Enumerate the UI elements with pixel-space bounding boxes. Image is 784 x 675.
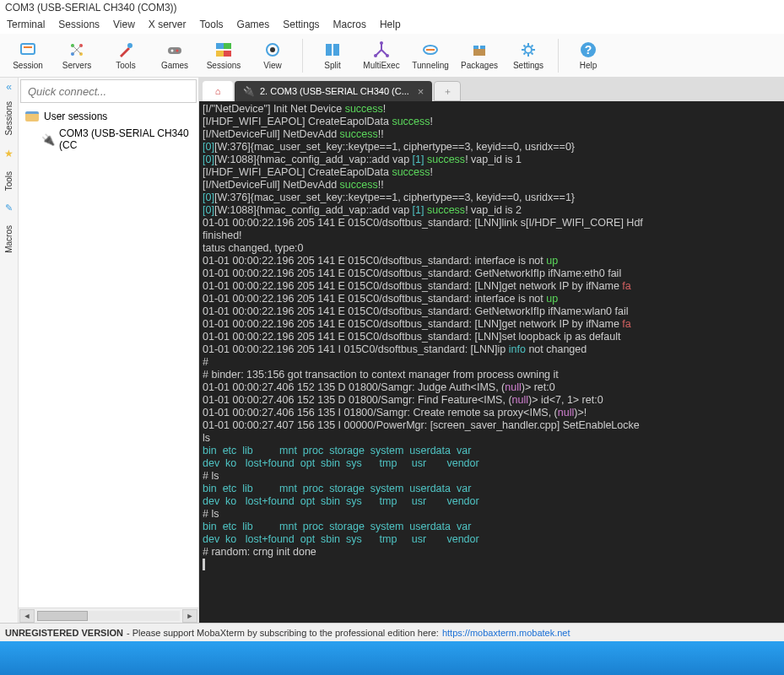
menu-bar: Terminal Sessions View X server Tools Ga… [0,15,784,34]
tab-new-button[interactable]: ＋ [434,81,461,101]
side-tab-sessions[interactable]: Sessions [3,94,15,143]
svg-point-20 [380,41,383,45]
help-button-label: Help [580,61,597,70]
terminal-line: [I/"NetDevice"] Init Net Device success! [203,103,781,116]
plus-icon: ＋ [443,85,452,98]
multiexec-button[interactable]: MultiExec [359,35,404,76]
terminal-line: [I/HDF_WIFI_EAPOL] CreateEapolData succe… [203,116,781,128]
side-tab-strip: « Sessions ★ Tools ✎ Macros [0,78,19,623]
terminal-line: 01-01 00:00:22.196 205 141 E 015C0/dsoft… [203,280,781,293]
settings-icon [519,40,538,59]
terminal-line: [0][W:376]{mac_user_set_key::keytpe==1, … [203,141,781,154]
terminal-line: 01-01 00:00:22.196 205 141 E 015C0/dsoft… [203,217,781,230]
terminal-line: # ls [203,470,781,483]
star-icon[interactable]: ★ [4,148,14,159]
session-tree: User sessions 🔌 COM3 (USB-SERIAL CH340 (… [19,105,198,608]
scroll-right-button[interactable]: ► [182,609,197,623]
svg-rect-0 [21,44,35,54]
svg-point-21 [374,54,377,57]
quick-connect-input[interactable] [20,79,197,103]
menu-settings[interactable]: Settings [283,19,319,30]
side-tab-macros[interactable]: Macros [3,219,15,260]
main-area: ⌂ 🔌 2. COM3 (USB-SERIAL CH340 (C... × ＋ … [199,78,784,623]
status-bar: UNREGISTERED VERSION - Please support Mo… [0,623,784,641]
tools-icon [116,40,135,59]
menu-tools[interactable]: Tools [200,19,224,30]
tab-label: 2. COM3 (USB-SERIAL CH340 (C... [260,86,409,96]
svg-point-22 [386,54,389,57]
tunneling-button-label: Tunneling [412,61,449,70]
terminal-output[interactable]: [I/"NetDevice"] Init Net Device success!… [199,101,784,623]
terminal-line: 01-01 00:00:22.196 205 141 E 015C0/dsoft… [203,267,781,280]
status-link[interactable]: https://mobaxterm.mobatek.net [442,628,570,638]
tree-root-user-sessions[interactable]: User sessions [22,108,195,125]
split-button[interactable]: Split [310,35,355,76]
settings-button-label: Settings [513,61,543,70]
packages-icon [470,40,489,59]
terminal-line: dev ko lost+found opt sbin sys tmp usr v… [203,457,781,470]
terminal-line: ls [203,432,781,445]
home-icon: ⌂ [215,86,221,96]
tree-scrollbar: ◄ ► [19,608,198,623]
tunneling-button[interactable]: Tunneling [408,35,453,76]
scroll-thumb[interactable] [37,611,88,621]
menu-games[interactable]: Games [237,19,270,30]
split-button-label: Split [324,61,340,70]
terminal-line: [0][W:376]{mac_user_set_key::keytpe==1, … [203,192,781,204]
scroll-track[interactable] [37,611,180,621]
terminal-line: 01-01 00:00:27.406 152 135 D 01800/Samgr… [203,394,781,407]
window-title: COM3 (USB-SERIAL CH340 (COM3)) [5,2,177,14]
terminal-line: # binder: 135:156 got transaction to con… [203,369,781,381]
view-button[interactable]: View [250,35,295,76]
svg-rect-13 [224,43,231,49]
tab-close-icon[interactable]: × [418,85,424,98]
svg-text:?: ? [585,43,592,57]
terminal-line: dev ko lost+found opt sbin sys tmp usr v… [203,495,781,508]
terminal-cursor [203,559,781,571]
games-icon [165,40,184,59]
toolbar-separator [302,39,303,73]
terminal-line: dev ko lost+found opt sbin sys tmp usr v… [203,533,781,546]
menu-sessions[interactable]: Sessions [58,19,100,30]
terminal-line: 01-01 00:00:22.196 205 141 E 015C0/dsoft… [203,318,781,331]
terminal-line: 01-01 00:00:22.196 205 141 E 015C0/dsoft… [203,305,781,318]
status-message: - Please support MobaXterm by subscribin… [127,628,439,638]
tree-item-com3[interactable]: 🔌 COM3 (USB-SERIAL CH340 (CC [22,125,195,154]
menu-terminal[interactable]: Terminal [7,19,45,30]
sessions-button[interactable]: Sessions [201,35,246,76]
terminal-line: 01-01 00:00:22.196 205 141 I 015C0/dsoft… [203,343,781,356]
terminal-line: [I/HDF_WIFI_EAPOL] CreateEapolData succe… [203,166,781,179]
macro-icon[interactable]: ✎ [5,202,13,213]
servers-button[interactable]: Servers [54,35,100,76]
games-button[interactable]: Games [152,35,197,76]
tools-button-label: Tools [116,61,135,70]
side-tab-tools[interactable]: Tools [3,165,15,197]
svg-rect-14 [216,51,224,57]
toolbar: SessionServersToolsGamesSessionsViewSpli… [0,34,784,78]
tab-home[interactable]: ⌂ [203,81,233,101]
session-button[interactable]: Session [5,35,51,76]
session-button-label: Session [13,61,43,70]
serial-icon: 🔌 [243,86,255,97]
terminal-line: 01-01 00:00:27.407 156 135 I 00000/Power… [203,419,781,432]
scroll-left-button[interactable]: ◄ [19,609,35,623]
servers-icon [68,40,86,59]
menu-help[interactable]: Help [380,19,401,30]
unregistered-label: UNREGISTERED VERSION [5,628,123,638]
terminal-line: # ls [203,508,781,521]
terminal-line: bin etc lib mnt proc storage system user… [203,521,781,533]
tab-com3[interactable]: 🔌 2. COM3 (USB-SERIAL CH340 (C... × [235,81,432,101]
packages-button[interactable]: Packages [457,35,502,76]
help-button[interactable]: ?Help [565,35,611,76]
tools-button[interactable]: Tools [103,35,149,76]
terminal-line: [0][W:1088]{hmac_config_add_vap::add vap… [203,154,781,166]
svg-rect-19 [333,44,339,56]
menu-xserver[interactable]: X server [149,19,187,30]
menu-macros[interactable]: Macros [333,19,366,30]
settings-button[interactable]: Settings [506,35,551,76]
svg-point-8 [127,43,132,48]
collapse-icon[interactable]: « [6,81,12,93]
menu-view[interactable]: View [113,19,135,30]
help-icon: ? [579,40,597,59]
svg-rect-15 [224,51,231,57]
